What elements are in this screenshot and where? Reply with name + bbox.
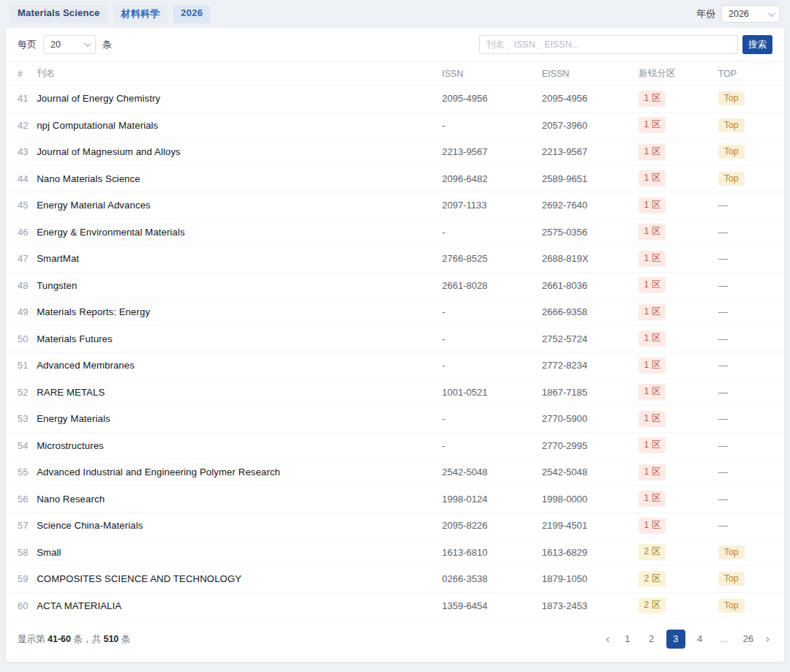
table-row: 49 Materials Reports: Energy - 2666-9358… bbox=[6, 299, 784, 326]
table-row: 45 Energy Material Advances 2097-1133 26… bbox=[6, 192, 784, 219]
partition-badge: 1 区 bbox=[639, 277, 666, 293]
top-cell: Top bbox=[718, 86, 784, 113]
year-select[interactable]: 2026 bbox=[721, 5, 780, 23]
per-page-value: 20 bbox=[50, 39, 61, 50]
table-row: 52 RARE METALS 1001-0521 1867-7185 1 区 — bbox=[6, 379, 784, 406]
row-index: 54 bbox=[6, 432, 37, 459]
issn-value: 2766-8525 bbox=[442, 246, 542, 273]
issn-value: - bbox=[442, 325, 542, 352]
eissn-value: 1873-2453 bbox=[542, 592, 639, 619]
col-partition: 新锐分区 bbox=[639, 62, 718, 86]
page-button-2[interactable]: 2 bbox=[642, 630, 661, 649]
row-index: 60 bbox=[6, 592, 37, 619]
journal-name: Energy Material Advances bbox=[37, 192, 442, 219]
page-button-1[interactable]: 1 bbox=[618, 630, 637, 649]
partition-badge: 1 区 bbox=[639, 91, 666, 107]
page-button-4[interactable]: 4 bbox=[691, 630, 710, 649]
top-badge: Top bbox=[718, 545, 745, 559]
partition-cell: 1 区 bbox=[639, 513, 718, 540]
eissn-value: 2213-9567 bbox=[542, 139, 639, 166]
journal-name: Tungsten bbox=[37, 272, 442, 299]
chevron-down-icon bbox=[768, 10, 775, 17]
eissn-value: 2692-7640 bbox=[542, 192, 639, 219]
table-row: 42 npj Computational Materials - 2057-39… bbox=[6, 112, 784, 139]
partition-badge: 1 区 bbox=[639, 491, 666, 507]
results-range: 41-60 bbox=[48, 634, 71, 644]
issn-value: - bbox=[442, 406, 542, 433]
page-button-3[interactable]: 3 bbox=[666, 630, 685, 649]
issn-value: 2095-8226 bbox=[442, 513, 542, 540]
table-body: 41 Journal of Energy Chemistry 2095-4956… bbox=[6, 86, 784, 619]
top-cell: — bbox=[718, 352, 784, 380]
partition-badge: 1 区 bbox=[639, 331, 666, 347]
table-row: 44 Nano Materials Science 2096-6482 2589… bbox=[6, 165, 784, 192]
journal-name: Nano Materials Science bbox=[37, 165, 442, 192]
journal-name: RARE METALS bbox=[37, 379, 442, 406]
pagination: ‹1234...26› bbox=[603, 630, 772, 649]
page-button-26[interactable]: 26 bbox=[739, 630, 758, 649]
per-page-prefix: 每页 bbox=[18, 38, 37, 51]
row-index: 41 bbox=[6, 86, 37, 113]
top-cell: — bbox=[718, 459, 784, 486]
row-index: 47 bbox=[6, 246, 37, 273]
table-row: 51 Advanced Membranes - 2772-8234 1 区 — bbox=[6, 352, 784, 380]
eissn-value: 2770-2995 bbox=[542, 432, 639, 459]
year-select-value: 2026 bbox=[729, 9, 749, 19]
per-page-suffix: 条 bbox=[102, 38, 112, 51]
eissn-value: 2688-819X bbox=[542, 246, 639, 273]
row-index: 45 bbox=[6, 192, 37, 219]
eissn-value: 2666-9358 bbox=[542, 299, 639, 326]
per-page-select[interactable]: 20 bbox=[43, 35, 96, 54]
table-row: 59 COMPOSITES SCIENCE AND TECHNOLOGY 026… bbox=[6, 566, 784, 593]
top-cell: Top bbox=[718, 112, 784, 139]
journal-name: Advanced Industrial and Engineering Poly… bbox=[37, 459, 442, 486]
row-index: 50 bbox=[6, 325, 37, 352]
eissn-value: 2752-5724 bbox=[542, 325, 639, 352]
search-button[interactable]: 搜索 bbox=[742, 35, 772, 54]
partition-cell: 2 区 bbox=[639, 566, 718, 593]
top-cell: Top bbox=[718, 592, 784, 619]
partition-badge: 1 区 bbox=[639, 384, 666, 400]
next-page-button[interactable]: › bbox=[763, 630, 772, 648]
search-input[interactable] bbox=[479, 35, 738, 54]
partition-badge: 1 区 bbox=[639, 304, 666, 320]
row-index: 58 bbox=[6, 539, 37, 566]
top-cell: — bbox=[718, 406, 784, 433]
eissn-value: 2057-3960 bbox=[542, 112, 639, 139]
issn-value: 2097-1133 bbox=[442, 192, 542, 219]
issn-value: 2096-6482 bbox=[442, 165, 542, 192]
top-cell: Top bbox=[718, 539, 784, 566]
partition-cell: 1 区 bbox=[639, 406, 718, 433]
journal-table-card: 每页 20 条 搜索 # 刊名 ISSN EISSN 新锐分区 TOP bbox=[6, 28, 784, 662]
results-summary: 显示第 41-60 条，共 510 条 bbox=[18, 633, 130, 646]
eissn-value: 2542-5048 bbox=[542, 459, 639, 486]
year-label: 年份 bbox=[696, 7, 715, 20]
top-cell: Top bbox=[718, 139, 784, 166]
row-index: 53 bbox=[6, 406, 37, 433]
partition-badge: 2 区 bbox=[639, 597, 666, 614]
row-index: 51 bbox=[6, 352, 37, 380]
journal-name: Microstructures bbox=[37, 432, 442, 459]
search-zone: 搜索 bbox=[479, 35, 772, 54]
partition-cell: 1 区 bbox=[639, 299, 718, 326]
table-row: 47 SmartMat 2766-8525 2688-819X 1 区 — bbox=[6, 246, 784, 273]
table-row: 46 Energy & Environmental Materials - 25… bbox=[6, 219, 784, 246]
top-cell: — bbox=[718, 325, 784, 352]
top-empty: — bbox=[718, 494, 728, 505]
partition-badge: 1 区 bbox=[639, 117, 666, 133]
top-cell: — bbox=[718, 486, 784, 513]
partition-cell: 1 区 bbox=[639, 432, 718, 459]
eissn-value: 1998-0000 bbox=[542, 486, 639, 513]
partition-badge: 2 区 bbox=[639, 571, 666, 587]
prev-page-button[interactable]: ‹ bbox=[603, 630, 612, 648]
table-row: 54 Microstructures - 2770-2995 1 区 — bbox=[6, 432, 784, 459]
partition-cell: 1 区 bbox=[639, 112, 718, 139]
issn-value: - bbox=[442, 432, 542, 459]
journal-name: Energy & Environmental Materials bbox=[37, 219, 442, 246]
top-badge: Top bbox=[718, 572, 745, 586]
issn-value: - bbox=[442, 299, 542, 326]
chevron-down-icon bbox=[84, 39, 91, 47]
partition-badge: 1 区 bbox=[639, 358, 666, 374]
partition-badge: 1 区 bbox=[639, 197, 666, 214]
table-row: 41 Journal of Energy Chemistry 2095-4956… bbox=[6, 86, 784, 113]
